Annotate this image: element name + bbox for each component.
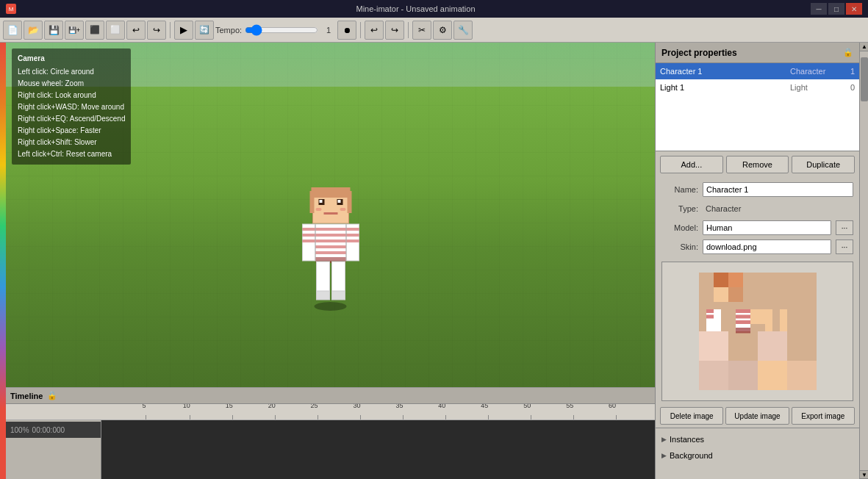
window-title: Mine-imator - Unsaved animation (21, 4, 811, 13)
open-button[interactable]: 📂 (24, 21, 43, 40)
ruler-mark-10: 10 (187, 404, 194, 419)
name-row: Name: (661, 182, 853, 197)
svg-rect-49 (736, 328, 750, 334)
svg-rect-32 (714, 287, 728, 302)
tempo-value: 1 (321, 26, 336, 35)
camera-control-2: Mouse wheel: Zoom (18, 78, 125, 90)
scroll-up-arrow[interactable]: ▲ (860, 43, 868, 51)
svg-rect-45 (714, 309, 721, 331)
toolbar-divider-2 (360, 22, 361, 38)
timeline-lock-icon: 🔒 (47, 391, 57, 400)
tempo-slider[interactable] (245, 25, 318, 35)
loop-button[interactable]: 🔄 (195, 21, 214, 40)
panel-title: Project properties (661, 48, 737, 58)
add-button[interactable]: Add... (660, 156, 723, 173)
svg-rect-3 (309, 191, 314, 213)
skin-browse-button[interactable]: ··· (836, 240, 853, 254)
redo-button[interactable]: ↪ (385, 21, 404, 40)
new-button[interactable]: 📄 (3, 21, 22, 40)
import2-button[interactable]: ↪ (147, 21, 166, 40)
tool3-button[interactable]: 🔧 (453, 21, 473, 40)
background-expand[interactable]: ▶ Background (656, 447, 859, 464)
svg-rect-7 (319, 200, 322, 203)
model-row: Model: ··· (661, 220, 853, 235)
model-label: Model: (661, 223, 698, 232)
ruler-mark-35: 35 (399, 404, 406, 419)
play-button[interactable]: ▶ (174, 21, 193, 40)
timeline-title: Timeline (10, 392, 43, 400)
viewport[interactable]: Camera Left click: Circle around Mouse w… (6, 43, 655, 387)
titlebar: M Mine-imator - Unsaved animation ─ □ ✕ (0, 0, 868, 18)
tool2-button[interactable]: ⚙ (433, 21, 452, 40)
minimize-button[interactable]: ─ (811, 3, 827, 15)
export2-button[interactable]: ⬜ (106, 21, 125, 40)
object-type-light1: Light (790, 83, 834, 92)
ruler-mark-5: 5 (144, 404, 148, 419)
svg-rect-9 (315, 208, 321, 211)
save-button[interactable]: 💾 (44, 21, 63, 40)
camera-control-3: Right click: Look around (18, 90, 125, 101)
toolbar: 📄 📂 💾 💾+ ⬛ ⬜ ↩ ↪ ▶ 🔄 Tempo: 1 ⏺ ↩ ↪ ✂ ⚙ … (0, 18, 868, 43)
remove-button[interactable]: Remove (726, 156, 789, 173)
update-image-button[interactable]: Update image (725, 407, 789, 425)
scroll-down-arrow[interactable]: ▼ (860, 470, 868, 479)
svg-rect-47 (699, 331, 728, 361)
viewport-area: Camera Left click: Circle around Mouse w… (6, 43, 655, 479)
camera-control-5: Right click+EQ: Ascend/Descend (18, 113, 125, 125)
svg-rect-43 (706, 309, 714, 313)
skin-preview (661, 262, 853, 401)
instances-expand[interactable]: ▶ Instances (656, 431, 859, 447)
object-name-light1: Light 1 (660, 83, 784, 92)
svg-rect-16 (315, 245, 345, 248)
skin-buttons: Delete image Update image Export image (656, 404, 859, 428)
maximize-button[interactable]: □ (828, 3, 844, 15)
export-image-button[interactable]: Export image (792, 407, 855, 425)
duplicate-button[interactable]: Duplicate (792, 156, 855, 173)
save-as-button[interactable]: 💾+ (65, 21, 84, 40)
svg-rect-51 (728, 361, 758, 390)
scroll-thumb[interactable] (861, 57, 868, 101)
background-arrow: ▶ (661, 452, 667, 459)
import-button[interactable]: ↩ (126, 21, 146, 40)
main-area: Camera Left click: Circle around Mouse w… (0, 43, 868, 479)
svg-rect-15 (315, 240, 345, 242)
delete-image-button[interactable]: Delete image (660, 407, 723, 425)
svg-rect-38 (736, 315, 750, 319)
object-row-character1[interactable]: Character 1 Character 1 (656, 63, 859, 79)
model-input[interactable] (703, 220, 831, 235)
skin-input[interactable] (703, 240, 831, 254)
close-button[interactable]: ✕ (846, 3, 862, 15)
skin-preview-image (699, 273, 817, 390)
character-sprite (299, 187, 362, 314)
name-input[interactable] (703, 182, 853, 197)
svg-rect-46 (750, 309, 765, 324)
tool1-button[interactable]: ✂ (412, 21, 431, 40)
app-icon: M (6, 4, 16, 14)
export-button[interactable]: ⬛ (85, 21, 104, 40)
undo-button[interactable]: ↩ (365, 21, 384, 40)
ruler-mark-20: 20 (272, 404, 279, 419)
right-panel-scrollbar[interactable]: ▲ ▼ (859, 43, 868, 479)
object-num-character1: 1 (840, 67, 855, 76)
panel-header: Project properties 🔒 (656, 43, 859, 63)
skin-row: Skin: ··· (661, 240, 853, 254)
record-button[interactable]: ⏺ (337, 21, 356, 40)
ruler-mark-40: 40 (442, 404, 449, 419)
right-panel-content: Project properties 🔒 Character 1 Charact… (656, 43, 859, 479)
camera-title: Camera (18, 53, 125, 65)
svg-point-0 (314, 302, 346, 311)
object-row-light1[interactable]: Light 1 Light 0 (656, 79, 859, 96)
camera-control-4: Right click+WASD: Move around (18, 101, 125, 113)
model-browse-button[interactable]: ··· (836, 220, 853, 235)
type-value: Character (703, 201, 853, 216)
timeline-content[interactable] (101, 420, 655, 479)
camera-control-1: Left click: Circle around (18, 66, 125, 78)
svg-rect-11 (323, 212, 337, 215)
object-list[interactable]: Character 1 Character 1 Light 1 Light 0 (656, 63, 859, 151)
svg-rect-14 (315, 234, 345, 237)
svg-rect-40 (780, 309, 787, 331)
type-label: Type: (661, 204, 698, 213)
toolbar-divider-3 (408, 22, 409, 38)
svg-rect-34 (714, 273, 728, 287)
object-type-character1: Character (790, 67, 834, 76)
